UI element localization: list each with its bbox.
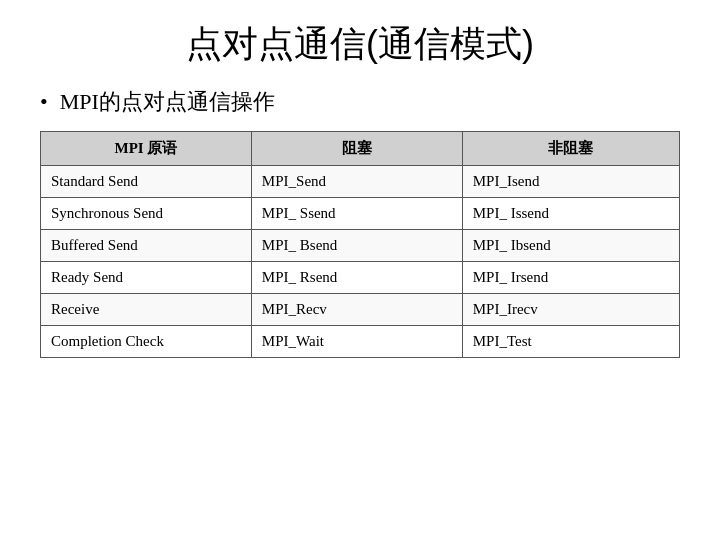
table-row: Ready SendMPI_ RsendMPI_ Irsend — [41, 262, 680, 294]
cell-nonblocking: MPI_Irecv — [462, 294, 679, 326]
header-blocking: 阻塞 — [251, 132, 462, 166]
table-row: ReceiveMPI_RecvMPI_Irecv — [41, 294, 680, 326]
cell-term: Synchronous Send — [41, 198, 252, 230]
cell-nonblocking: MPI_ Issend — [462, 198, 679, 230]
table-row: Synchronous SendMPI_ SsendMPI_ Issend — [41, 198, 680, 230]
cell-blocking: MPI_Recv — [251, 294, 462, 326]
cell-nonblocking: MPI_Test — [462, 326, 679, 358]
subtitle-text: MPI的点对点通信操作 — [60, 87, 275, 117]
cell-term: Standard Send — [41, 166, 252, 198]
cell-blocking: MPI_Send — [251, 166, 462, 198]
table-row: Completion CheckMPI_WaitMPI_Test — [41, 326, 680, 358]
bullet-icon: • — [40, 89, 48, 115]
table-row: Standard SendMPI_SendMPI_Isend — [41, 166, 680, 198]
page: 点对点通信(通信模式) • MPI的点对点通信操作 MPI 原语 阻塞 非阻塞 … — [0, 0, 720, 540]
cell-term: Buffered Send — [41, 230, 252, 262]
cell-nonblocking: MPI_ Ibsend — [462, 230, 679, 262]
header-nonblocking: 非阻塞 — [462, 132, 679, 166]
subtitle: • MPI的点对点通信操作 — [40, 87, 680, 117]
cell-blocking: MPI_ Ssend — [251, 198, 462, 230]
cell-nonblocking: MPI_Isend — [462, 166, 679, 198]
cell-term: Ready Send — [41, 262, 252, 294]
cell-term: Receive — [41, 294, 252, 326]
cell-nonblocking: MPI_ Irsend — [462, 262, 679, 294]
mpi-table: MPI 原语 阻塞 非阻塞 Standard SendMPI_SendMPI_I… — [40, 131, 680, 358]
page-title: 点对点通信(通信模式) — [40, 20, 680, 69]
cell-blocking: MPI_ Rsend — [251, 262, 462, 294]
table-header-row: MPI 原语 阻塞 非阻塞 — [41, 132, 680, 166]
cell-blocking: MPI_ Bsend — [251, 230, 462, 262]
header-term: MPI 原语 — [41, 132, 252, 166]
table-row: Buffered SendMPI_ BsendMPI_ Ibsend — [41, 230, 680, 262]
cell-term: Completion Check — [41, 326, 252, 358]
cell-blocking: MPI_Wait — [251, 326, 462, 358]
